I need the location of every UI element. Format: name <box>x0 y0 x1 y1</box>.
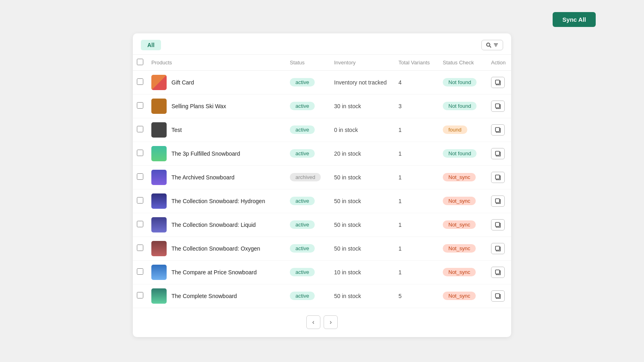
sync-all-button[interactable]: Sync All <box>553 12 596 27</box>
inventory-value: 50 in stock <box>334 293 361 299</box>
row-inventory-cell: 20 in stock <box>330 142 394 165</box>
row-variants-cell: 4 <box>394 70 439 94</box>
status-check-badge: Not_sync <box>443 173 476 181</box>
row-checkbox-cell <box>133 237 147 260</box>
prev-page-button[interactable]: ‹ <box>306 315 320 329</box>
edit-button[interactable] <box>491 77 505 88</box>
main-card: All Products Status Inventory Total Vari… <box>133 33 511 337</box>
products-table: Products Status Inventory Total Variants… <box>133 55 511 308</box>
row-checkbox-0[interactable] <box>137 78 143 85</box>
table-header-row: Products Status Inventory Total Variants… <box>133 55 511 71</box>
product-thumbnail <box>151 170 167 185</box>
row-product-cell: The Archived Snowboard <box>147 165 286 189</box>
header-actions <box>481 40 503 50</box>
product-thumbnail <box>151 193 167 209</box>
row-checkbox-7[interactable] <box>137 245 143 251</box>
row-status-cell: active <box>286 142 330 165</box>
variants-value: 3 <box>398 103 402 109</box>
next-page-button[interactable]: › <box>324 315 338 329</box>
row-checkbox-cell <box>133 118 147 142</box>
row-inventory-cell: 30 in stock <box>330 94 394 118</box>
inventory-value: 0 in stock <box>334 127 358 133</box>
row-action-cell <box>487 213 511 237</box>
table-row: The Collection Snowboard: Liquid active … <box>133 213 511 237</box>
svg-rect-10 <box>495 199 500 203</box>
row-checkbox-1[interactable] <box>137 102 143 109</box>
row-checkbox-cell <box>133 70 147 94</box>
status-check-badge: Not_sync <box>443 292 476 300</box>
row-variants-cell: 1 <box>394 165 439 189</box>
col-header-statuscheck: Status Check <box>439 55 487 71</box>
row-status-cell: active <box>286 284 330 308</box>
product-thumbnail <box>151 217 167 232</box>
status-check-badge: Not_sync <box>443 244 476 253</box>
product-name: Gift Card <box>171 79 194 86</box>
row-status-cell: active <box>286 94 330 118</box>
edit-button[interactable] <box>491 101 505 112</box>
search-icon <box>486 42 491 48</box>
row-status-cell: archived <box>286 165 330 189</box>
edit-button[interactable] <box>491 148 505 159</box>
row-statuscheck-cell: Not_sync <box>439 284 487 308</box>
svg-rect-5 <box>495 80 500 84</box>
svg-rect-9 <box>495 175 500 179</box>
row-action-cell <box>487 284 511 308</box>
row-product-cell: Gift Card <box>147 70 286 94</box>
status-badge: active <box>290 292 315 300</box>
row-statuscheck-cell: Not_sync <box>439 260 487 284</box>
edit-button[interactable] <box>491 195 505 207</box>
row-checkbox-cell <box>133 165 147 189</box>
variants-value: 1 <box>398 174 402 181</box>
product-name: Test <box>171 127 182 133</box>
col-header-products: Products <box>147 55 286 71</box>
row-checkbox-6[interactable] <box>137 221 143 227</box>
product-thumbnail <box>151 288 167 304</box>
edit-icon <box>495 198 501 204</box>
edit-button[interactable] <box>491 267 505 278</box>
row-status-cell: active <box>286 70 330 94</box>
row-variants-cell: 1 <box>394 142 439 165</box>
edit-button[interactable] <box>491 290 505 302</box>
row-variants-cell: 1 <box>394 189 439 213</box>
edit-button[interactable] <box>491 219 505 230</box>
table-row: The Archived Snowboard archived 50 in st… <box>133 165 511 189</box>
product-thumbnail <box>151 146 167 161</box>
svg-rect-6 <box>495 104 500 108</box>
edit-icon <box>495 127 501 133</box>
status-check-badge: Not_sync <box>443 220 476 229</box>
product-cell: Test <box>151 122 282 138</box>
pagination: ‹ › <box>133 315 511 329</box>
variants-value: 4 <box>398 79 402 86</box>
status-check-badge: Not found <box>443 78 477 86</box>
search-filter-button[interactable] <box>481 40 503 50</box>
select-all-checkbox[interactable] <box>137 59 143 65</box>
row-checkbox-4[interactable] <box>137 173 143 180</box>
status-check-badge: Not found <box>443 149 477 158</box>
row-variants-cell: 3 <box>394 94 439 118</box>
edit-icon <box>495 103 501 109</box>
col-header-inventory: Inventory <box>330 55 394 71</box>
row-action-cell <box>487 260 511 284</box>
row-action-cell <box>487 237 511 260</box>
product-thumbnail <box>151 75 167 90</box>
edit-button[interactable] <box>491 172 505 183</box>
row-status-cell: active <box>286 237 330 260</box>
filter-all-button[interactable]: All <box>141 40 161 50</box>
product-name: The Collection Snowboard: Hydrogen <box>171 198 265 204</box>
row-checkbox-9[interactable] <box>137 292 143 298</box>
row-checkbox-5[interactable] <box>137 197 143 204</box>
variants-value: 1 <box>398 222 402 228</box>
inventory-value: 50 in stock <box>334 222 361 228</box>
row-checkbox-8[interactable] <box>137 268 143 275</box>
row-checkbox-2[interactable] <box>137 126 143 132</box>
edit-button[interactable] <box>491 243 505 254</box>
row-statuscheck-cell: Not_sync <box>439 165 487 189</box>
inventory-value: 20 in stock <box>334 150 361 157</box>
inventory-value: 10 in stock <box>334 269 361 276</box>
row-statuscheck-cell: Not found <box>439 142 487 165</box>
row-checkbox-3[interactable] <box>137 150 143 156</box>
inventory-value: 30 in stock <box>334 103 361 109</box>
edit-button[interactable] <box>491 124 505 136</box>
status-badge: active <box>290 78 315 86</box>
product-name: The 3p Fulfilled Snowboard <box>171 150 240 157</box>
